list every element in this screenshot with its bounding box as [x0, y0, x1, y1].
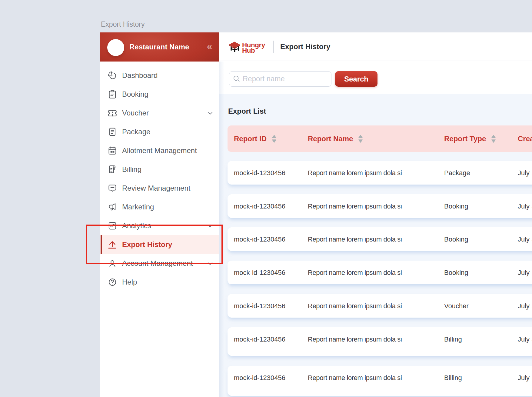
svg-text:Hub: Hub	[242, 47, 255, 53]
